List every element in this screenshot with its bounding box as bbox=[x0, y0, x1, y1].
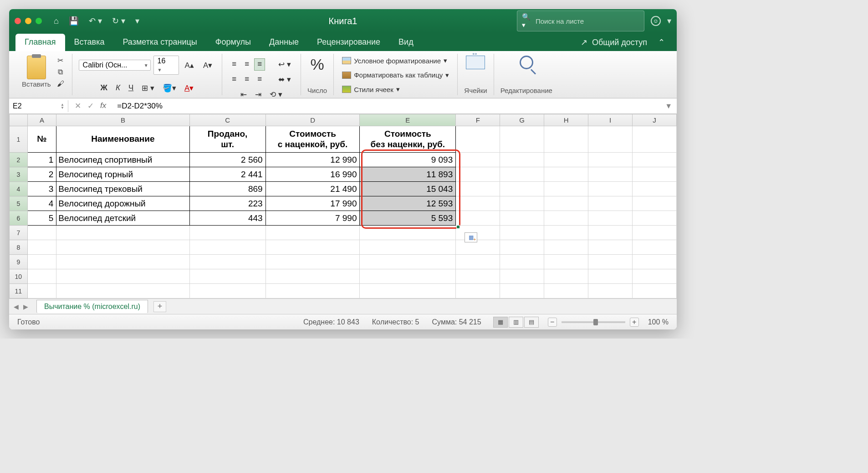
cell[interactable] bbox=[588, 255, 633, 269]
zoom-slider[interactable] bbox=[562, 321, 625, 323]
tab-page-layout[interactable]: Разметка страницы bbox=[113, 34, 206, 51]
font-color-button[interactable]: A▾ bbox=[181, 82, 197, 94]
cell[interactable] bbox=[56, 269, 189, 284]
cell[interactable] bbox=[456, 240, 500, 255]
row-header-2[interactable]: 2 bbox=[10, 153, 28, 167]
cell[interactable] bbox=[632, 226, 676, 240]
cell[interactable] bbox=[632, 182, 676, 196]
cell[interactable] bbox=[588, 269, 633, 284]
align-bottom-icon[interactable]: ≡ bbox=[254, 58, 265, 71]
expand-formula-bar-icon[interactable]: ▼ bbox=[660, 102, 677, 110]
cell[interactable] bbox=[632, 167, 676, 182]
home-icon[interactable]: ⌂ bbox=[54, 16, 59, 26]
decrease-indent-icon[interactable]: ⇤ bbox=[237, 88, 250, 101]
cell[interactable] bbox=[360, 255, 456, 269]
cell[interactable] bbox=[456, 153, 500, 167]
cell[interactable] bbox=[500, 167, 544, 182]
col-header-h[interactable]: H bbox=[544, 114, 588, 126]
col-header-g[interactable]: G bbox=[500, 114, 544, 126]
cell[interactable] bbox=[500, 153, 544, 167]
format-as-table-button[interactable]: Форматировать как таблицу ▾ bbox=[340, 70, 451, 80]
cell[interactable] bbox=[544, 284, 588, 298]
cell[interactable]: 443 bbox=[189, 211, 266, 226]
cell[interactable] bbox=[500, 126, 544, 153]
cell[interactable] bbox=[500, 255, 544, 269]
cell[interactable] bbox=[27, 240, 56, 255]
align-top-icon[interactable]: ≡ bbox=[229, 58, 240, 71]
row-header-10[interactable]: 10 bbox=[10, 269, 28, 284]
tab-view[interactable]: Вид bbox=[389, 34, 423, 51]
col-header-e[interactable]: E bbox=[360, 114, 456, 126]
cell[interactable] bbox=[56, 240, 189, 255]
search-input[interactable] bbox=[536, 17, 639, 25]
format-painter-icon[interactable]: 🖌 bbox=[56, 79, 66, 88]
cell[interactable]: 11 893 bbox=[360, 167, 456, 182]
merge-button[interactable]: ⬌ ▾ bbox=[275, 73, 294, 86]
maximize-window[interactable] bbox=[36, 18, 42, 24]
active-cell[interactable]: 9 093 bbox=[360, 153, 456, 167]
cell[interactable]: Наименование bbox=[56, 126, 189, 153]
spreadsheet-grid[interactable]: A B C D E F G H I J 1 № Наименование Про… bbox=[9, 114, 677, 298]
search-box[interactable]: 🔍▾ bbox=[517, 10, 644, 31]
tab-insert[interactable]: Вставка bbox=[65, 34, 114, 51]
cell[interactable] bbox=[588, 167, 633, 182]
cell[interactable] bbox=[632, 284, 676, 298]
tab-data[interactable]: Данные bbox=[260, 34, 308, 51]
cell[interactable]: 2 441 bbox=[189, 167, 266, 182]
cell[interactable] bbox=[27, 255, 56, 269]
cell[interactable] bbox=[588, 226, 633, 240]
namebox-stepper[interactable]: ▲▼ bbox=[61, 103, 64, 109]
bold-button[interactable]: Ж bbox=[97, 82, 111, 94]
sheet-nav-prev-icon[interactable]: ◀ bbox=[14, 303, 19, 310]
cell[interactable] bbox=[456, 167, 500, 182]
cell[interactable]: Стоимостьс наценкой, руб. bbox=[266, 126, 360, 153]
cell[interactable]: Велосипед дорожный bbox=[56, 196, 189, 211]
collapse-ribbon-icon[interactable]: ⌃ bbox=[658, 37, 665, 47]
name-box[interactable]: E2 ▲▼ bbox=[9, 100, 68, 112]
cell[interactable] bbox=[456, 196, 500, 211]
sheet-tab[interactable]: Вычитание % (microexcel.ru) bbox=[36, 300, 148, 313]
cell[interactable]: 16 990 bbox=[266, 167, 360, 182]
cell-styles-button[interactable]: Стили ячеек ▾ bbox=[340, 84, 402, 94]
view-page-layout-button[interactable]: ▥ bbox=[509, 317, 523, 328]
cell[interactable] bbox=[189, 284, 266, 298]
col-header-b[interactable]: B bbox=[56, 114, 189, 126]
cell[interactable] bbox=[360, 269, 456, 284]
cell[interactable]: 5 bbox=[27, 211, 56, 226]
cell[interactable]: 2 560 bbox=[189, 153, 266, 167]
italic-button[interactable]: К bbox=[112, 82, 123, 94]
cell[interactable] bbox=[500, 211, 544, 226]
feedback-icon[interactable]: ☺ bbox=[651, 16, 661, 26]
col-header-i[interactable]: I bbox=[588, 114, 633, 126]
cell[interactable] bbox=[588, 211, 633, 226]
borders-button[interactable]: ⊞ ▾ bbox=[138, 82, 158, 94]
cell[interactable] bbox=[189, 226, 266, 240]
cell[interactable] bbox=[500, 269, 544, 284]
formula-input[interactable] bbox=[112, 100, 660, 113]
row-header-8[interactable]: 8 bbox=[10, 240, 28, 255]
row-header-5[interactable]: 5 bbox=[10, 196, 28, 211]
autofill-options-button[interactable] bbox=[465, 232, 477, 242]
orientation-icon[interactable]: ⟲ ▾ bbox=[266, 88, 286, 101]
row-header-1[interactable]: 1 bbox=[10, 126, 28, 153]
cells-icon[interactable] bbox=[466, 56, 485, 69]
increase-indent-icon[interactable]: ⇥ bbox=[252, 88, 265, 101]
decrease-font-icon[interactable]: A▾ bbox=[200, 59, 215, 72]
row-header-9[interactable]: 9 bbox=[10, 255, 28, 269]
view-normal-button[interactable]: ▦ bbox=[493, 317, 508, 328]
cell[interactable] bbox=[544, 211, 588, 226]
cell[interactable] bbox=[588, 182, 633, 196]
cell[interactable]: 17 990 bbox=[266, 196, 360, 211]
cell[interactable] bbox=[544, 255, 588, 269]
zoom-in-button[interactable]: + bbox=[630, 318, 639, 327]
cell[interactable] bbox=[500, 284, 544, 298]
view-page-break-button[interactable]: ▤ bbox=[524, 317, 539, 328]
cell[interactable] bbox=[544, 226, 588, 240]
cell[interactable] bbox=[500, 226, 544, 240]
cell[interactable] bbox=[27, 226, 56, 240]
cell[interactable] bbox=[456, 182, 500, 196]
cell[interactable] bbox=[500, 240, 544, 255]
cell[interactable] bbox=[266, 240, 360, 255]
zoom-out-button[interactable]: − bbox=[548, 318, 557, 327]
font-name-select[interactable]: Calibri (Осн...▼ bbox=[79, 60, 151, 71]
